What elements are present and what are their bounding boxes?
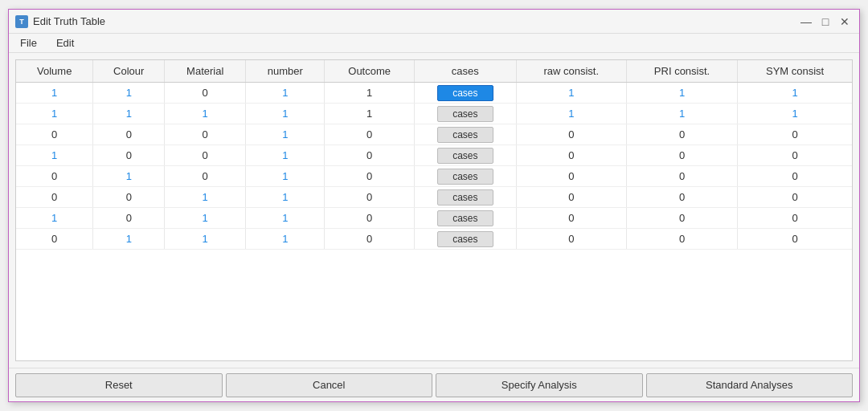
cell-colour: 0 [93, 187, 165, 208]
cell-pri-consist: 1 [626, 104, 737, 124]
specify-analysis-button[interactable]: Specify Analysis [436, 373, 643, 397]
standard-analyses-button[interactable]: Standard Analyses [646, 373, 854, 397]
cell-pri-consist: 0 [626, 229, 737, 250]
cell-material: 0 [165, 166, 246, 187]
cell-number: 1 [246, 187, 325, 208]
table-row: 00110cases000 [16, 187, 852, 208]
cell-raw-consist: 0 [516, 166, 626, 187]
cell-colour: 1 [93, 104, 165, 124]
cell-sym-consist: 0 [738, 229, 852, 250]
cell-number: 1 [246, 83, 325, 104]
cell-raw-consist: 0 [516, 187, 626, 208]
main-window: T Edit Truth Table — □ ✕ File Edit Volum… [8, 9, 860, 402]
cell-outcome: 0 [325, 208, 415, 229]
table-header-row: Volume Colour Material number Outcome ca… [16, 60, 852, 83]
content-area: Volume Colour Material number Outcome ca… [9, 53, 859, 368]
cell-outcome: 1 [325, 104, 415, 124]
cell-volume: 0 [16, 124, 93, 145]
close-button[interactable]: ✕ [837, 14, 853, 30]
table-row: 00010cases000 [16, 124, 852, 145]
cases-button[interactable]: cases [437, 210, 493, 226]
cell-sym-consist: 0 [738, 145, 852, 166]
cell-number: 1 [246, 229, 325, 250]
cell-raw-consist: 1 [516, 104, 626, 124]
cell-colour: 1 [93, 166, 165, 187]
cell-volume: 0 [16, 166, 93, 187]
truth-table: Volume Colour Material number Outcome ca… [16, 60, 852, 250]
cell-raw-consist: 0 [516, 145, 626, 166]
table-row: 01010cases000 [16, 166, 852, 187]
cell-sym-consist: 0 [738, 208, 852, 229]
cell-number: 1 [246, 145, 325, 166]
cell-outcome: 0 [325, 187, 415, 208]
cell-cases: cases [415, 187, 517, 208]
cell-material: 0 [165, 83, 246, 104]
menu-edit[interactable]: Edit [51, 35, 79, 51]
cell-sym-consist: 0 [738, 166, 852, 187]
col-header-pri-consist: PRI consist. [626, 60, 737, 83]
cell-pri-consist: 0 [626, 124, 737, 145]
cell-sym-consist: 0 [738, 187, 852, 208]
cases-button[interactable]: cases [437, 169, 493, 185]
cell-raw-consist: 0 [516, 229, 626, 250]
cell-sym-consist: 1 [738, 104, 852, 124]
cell-cases: cases [415, 208, 517, 229]
cell-volume: 0 [16, 187, 93, 208]
cell-number: 1 [246, 104, 325, 124]
col-header-number: number [246, 60, 325, 83]
cell-volume: 1 [16, 145, 93, 166]
cases-button[interactable]: cases [437, 106, 493, 122]
cell-volume: 1 [16, 83, 93, 104]
col-header-outcome: Outcome [325, 60, 415, 83]
cell-material: 1 [165, 229, 246, 250]
menu-file[interactable]: File [15, 35, 42, 51]
window-icon: T [15, 15, 28, 28]
cell-cases: cases [415, 166, 517, 187]
table-row: 01110cases000 [16, 229, 852, 250]
cell-raw-consist: 0 [516, 124, 626, 145]
cell-outcome: 1 [325, 83, 415, 104]
cases-button[interactable]: cases [437, 231, 493, 247]
cell-volume: 1 [16, 104, 93, 124]
cell-colour: 0 [93, 145, 165, 166]
cell-colour: 1 [93, 229, 165, 250]
reset-button[interactable]: Reset [15, 373, 223, 397]
cell-material: 0 [165, 145, 246, 166]
cell-material: 0 [165, 124, 246, 145]
cell-cases: cases [415, 83, 517, 104]
cell-number: 1 [246, 208, 325, 229]
cell-number: 1 [246, 166, 325, 187]
cell-material: 1 [165, 208, 246, 229]
col-header-material: Material [165, 60, 246, 83]
table-row: 11011cases111 [16, 83, 852, 104]
table-row: 10010cases000 [16, 145, 852, 166]
cell-pri-consist: 0 [626, 187, 737, 208]
table-container: Volume Colour Material number Outcome ca… [15, 59, 853, 361]
col-header-sym-consist: SYM consist [738, 60, 852, 83]
cases-button[interactable]: cases [437, 189, 493, 206]
cases-button[interactable]: cases [437, 85, 493, 101]
cell-pri-consist: 0 [626, 166, 737, 187]
minimize-button[interactable]: — [798, 14, 814, 30]
cell-outcome: 0 [325, 166, 415, 187]
cell-sym-consist: 1 [738, 83, 852, 104]
cell-outcome: 0 [325, 145, 415, 166]
title-bar: T Edit Truth Table — □ ✕ [9, 10, 859, 34]
cell-material: 1 [165, 104, 246, 124]
cell-outcome: 0 [325, 229, 415, 250]
maximize-button[interactable]: □ [817, 14, 833, 30]
table-row: 11111cases111 [16, 104, 852, 124]
cell-cases: cases [415, 104, 517, 124]
cell-colour: 0 [93, 124, 165, 145]
title-bar-left: T Edit Truth Table [15, 15, 105, 28]
cell-pri-consist: 0 [626, 145, 737, 166]
cell-cases: cases [415, 229, 517, 250]
cell-outcome: 0 [325, 124, 415, 145]
col-header-raw-consist: raw consist. [516, 60, 626, 83]
cell-cases: cases [415, 124, 517, 145]
cancel-button[interactable]: Cancel [226, 373, 433, 397]
cell-raw-consist: 0 [516, 208, 626, 229]
cases-button[interactable]: cases [437, 127, 493, 143]
cases-button[interactable]: cases [437, 148, 493, 164]
cell-colour: 1 [93, 83, 165, 104]
